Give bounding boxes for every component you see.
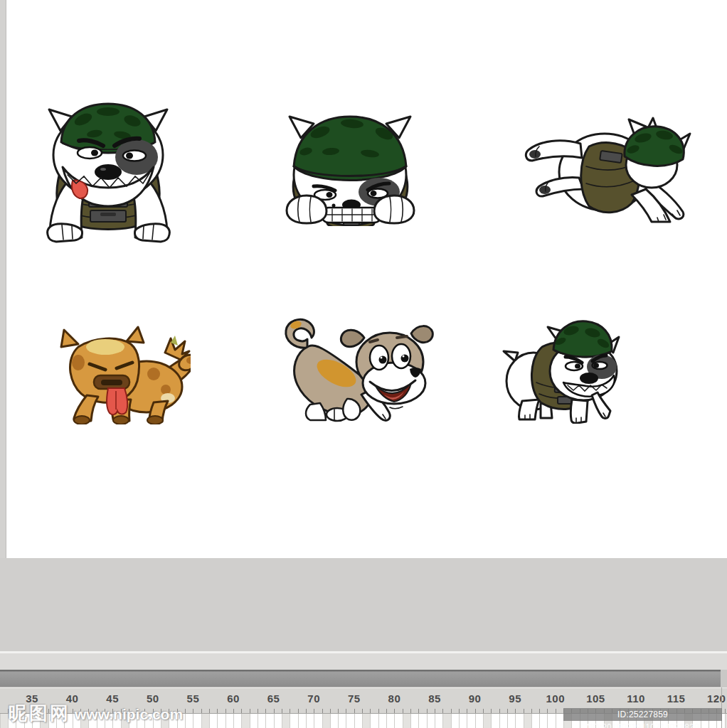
frame-column[interactable] bbox=[628, 714, 636, 728]
frame-column[interactable] bbox=[725, 714, 727, 728]
frame-column[interactable] bbox=[153, 714, 161, 728]
frame-column[interactable] bbox=[241, 714, 249, 728]
sprite-orange-dog[interactable] bbox=[48, 321, 191, 424]
frame-column[interactable] bbox=[73, 714, 80, 728]
frame-column[interactable] bbox=[306, 714, 314, 728]
frame-column[interactable] bbox=[88, 714, 96, 728]
frame-column[interactable] bbox=[716, 714, 724, 728]
frame-column[interactable] bbox=[24, 714, 32, 728]
frame-column[interactable] bbox=[652, 714, 660, 728]
frame-column[interactable] bbox=[193, 714, 201, 728]
frame-column[interactable] bbox=[588, 714, 595, 728]
frame-column[interactable] bbox=[636, 714, 644, 728]
frame-column[interactable] bbox=[475, 714, 483, 728]
frame-column[interactable] bbox=[169, 714, 176, 728]
frame-column[interactable] bbox=[274, 714, 282, 728]
frame-column[interactable] bbox=[394, 714, 402, 728]
frame-column[interactable] bbox=[556, 714, 563, 728]
frame-column[interactable] bbox=[298, 714, 306, 728]
frame-column[interactable] bbox=[16, 714, 23, 728]
frame-column[interactable] bbox=[346, 714, 354, 728]
frame-column[interactable] bbox=[209, 714, 217, 728]
frame-column[interactable] bbox=[483, 714, 491, 728]
frame-column[interactable] bbox=[137, 714, 144, 728]
frame-column[interactable] bbox=[709, 714, 716, 728]
timeline-scrollbar[interactable] bbox=[0, 670, 721, 687]
frame-column[interactable] bbox=[547, 714, 555, 728]
frame-column[interactable] bbox=[507, 714, 515, 728]
frame-column[interactable] bbox=[121, 714, 129, 728]
frame-column[interactable] bbox=[378, 714, 386, 728]
sprite-bulldog-crouch[interactable] bbox=[281, 112, 420, 226]
frame-column[interactable] bbox=[112, 714, 120, 728]
sprite-bulldog-front[interactable] bbox=[39, 98, 178, 247]
frame-column[interactable] bbox=[314, 714, 322, 728]
frame-column[interactable] bbox=[676, 714, 684, 728]
frame-column[interactable] bbox=[531, 714, 539, 728]
frame-column[interactable] bbox=[499, 714, 507, 728]
frame-column[interactable] bbox=[644, 714, 652, 728]
frame-column[interactable] bbox=[177, 714, 185, 728]
frame-column[interactable] bbox=[362, 714, 370, 728]
frame-column[interactable] bbox=[604, 714, 612, 728]
frame-column[interactable] bbox=[692, 714, 700, 728]
frame-column[interactable] bbox=[410, 714, 418, 728]
frame-column[interactable] bbox=[595, 714, 603, 728]
frame-column[interactable] bbox=[48, 714, 56, 728]
frame-column[interactable] bbox=[64, 714, 72, 728]
frame-column[interactable] bbox=[370, 714, 378, 728]
frame-column[interactable] bbox=[620, 714, 627, 728]
frame-column[interactable] bbox=[660, 714, 668, 728]
frame-column[interactable] bbox=[338, 714, 346, 728]
frame-column[interactable] bbox=[524, 714, 531, 728]
frame-column[interactable] bbox=[8, 714, 16, 728]
frame-column[interactable] bbox=[265, 714, 273, 728]
frames-grid[interactable] bbox=[0, 714, 727, 728]
frame-column[interactable] bbox=[539, 714, 547, 728]
frame-column[interactable] bbox=[129, 714, 137, 728]
frame-column[interactable] bbox=[427, 714, 435, 728]
frame-column[interactable] bbox=[201, 714, 209, 728]
frame-column[interactable] bbox=[56, 714, 64, 728]
frame-column[interactable] bbox=[144, 714, 152, 728]
frame-column[interactable] bbox=[250, 714, 258, 728]
frame-column[interactable] bbox=[0, 714, 8, 728]
frame-column[interactable] bbox=[580, 714, 588, 728]
frame-column[interactable] bbox=[225, 714, 233, 728]
frame-column[interactable] bbox=[233, 714, 241, 728]
sprite-bulldog-diving[interactable] bbox=[506, 115, 693, 223]
frame-column[interactable] bbox=[354, 714, 362, 728]
frame-column[interactable] bbox=[290, 714, 297, 728]
frame-column[interactable] bbox=[563, 714, 571, 728]
frame-column[interactable] bbox=[217, 714, 225, 728]
frame-column[interactable] bbox=[668, 714, 676, 728]
frame-column[interactable] bbox=[491, 714, 499, 728]
frame-column[interactable] bbox=[32, 714, 40, 728]
frame-column[interactable] bbox=[435, 714, 442, 728]
sprite-running-puppy[interactable] bbox=[263, 308, 434, 432]
frame-column[interactable] bbox=[386, 714, 394, 728]
frame-column[interactable] bbox=[701, 714, 709, 728]
frame-column[interactable] bbox=[442, 714, 450, 728]
frame-column[interactable] bbox=[418, 714, 426, 728]
frame-column[interactable] bbox=[459, 714, 467, 728]
frame-column[interactable] bbox=[571, 714, 579, 728]
frame-column[interactable] bbox=[258, 714, 265, 728]
frame-ruler[interactable]: 3540455055606570758085909510010511011512… bbox=[0, 687, 727, 714]
sprite-bulldog-side[interactable] bbox=[498, 311, 626, 424]
frame-column[interactable] bbox=[161, 714, 169, 728]
frame-column[interactable] bbox=[40, 714, 48, 728]
stage-canvas[interactable] bbox=[6, 0, 727, 558]
frame-column[interactable] bbox=[97, 714, 105, 728]
frame-column[interactable] bbox=[322, 714, 330, 728]
frame-column[interactable] bbox=[515, 714, 523, 728]
frame-column[interactable] bbox=[105, 714, 112, 728]
frame-column[interactable] bbox=[612, 714, 620, 728]
frame-column[interactable] bbox=[282, 714, 290, 728]
frame-column[interactable] bbox=[185, 714, 193, 728]
frame-column[interactable] bbox=[467, 714, 474, 728]
frame-column[interactable] bbox=[684, 714, 692, 728]
frame-column[interactable] bbox=[451, 714, 459, 728]
frame-column[interactable] bbox=[330, 714, 338, 728]
frame-column[interactable] bbox=[403, 714, 410, 728]
